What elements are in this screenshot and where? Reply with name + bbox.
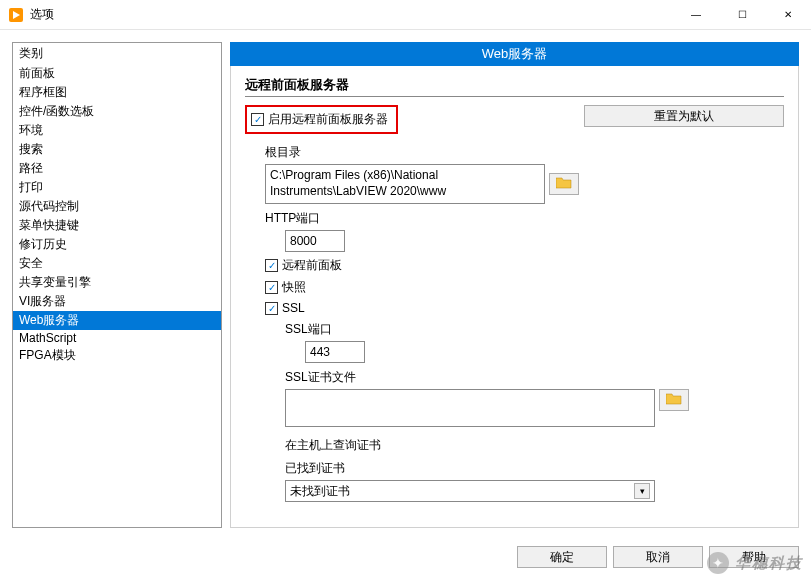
ssl-checkbox[interactable] (265, 302, 278, 315)
root-dir-input[interactable]: C:\Program Files (x86)\National Instrume… (265, 164, 545, 204)
remote-panel-checkbox[interactable] (265, 259, 278, 272)
enable-remote-checkbox[interactable] (251, 113, 264, 126)
folder-icon (666, 393, 682, 408)
main-area: 类别 前面板程序框图控件/函数选板环境搜索路径打印源代码控制菜单快捷键修订历史安… (0, 30, 811, 540)
root-dir-label: 根目录 (265, 144, 784, 161)
folder-icon (556, 177, 572, 192)
cancel-button[interactable]: 取消 (613, 546, 703, 568)
sidebar-item-2[interactable]: 控件/函数选板 (13, 102, 221, 121)
ssl-cert-file-input[interactable] (285, 389, 655, 427)
maximize-button[interactable]: ☐ (719, 0, 765, 30)
titlebar: 选项 — ☐ ✕ (0, 0, 811, 30)
ssl-port-label: SSL端口 (285, 321, 784, 338)
window-controls: — ☐ ✕ (673, 0, 811, 30)
ssl-port-input[interactable] (305, 341, 365, 363)
help-button[interactable]: 帮助 (709, 546, 799, 568)
snapshot-label: 快照 (282, 279, 306, 296)
reset-defaults-button[interactable]: 重置为默认 (584, 105, 784, 127)
sidebar-item-7[interactable]: 源代码控制 (13, 197, 221, 216)
found-cert-select[interactable]: 未找到证书 ▾ (285, 480, 655, 502)
http-port-input[interactable] (285, 230, 345, 252)
sidebar-item-0[interactable]: 前面板 (13, 64, 221, 83)
sidebar-item-3[interactable]: 环境 (13, 121, 221, 140)
enable-remote-highlight: 启用远程前面板服务器 (245, 105, 398, 134)
sidebar-item-14[interactable]: MathScript (13, 330, 221, 346)
browse-root-button[interactable] (549, 173, 579, 195)
close-button[interactable]: ✕ (765, 0, 811, 30)
sidebar-header: 类别 (13, 43, 221, 64)
enable-remote-label: 启用远程前面板服务器 (268, 111, 388, 128)
snapshot-checkbox[interactable] (265, 281, 278, 294)
browse-ssl-cert-button[interactable] (659, 389, 689, 411)
sidebar-item-15[interactable]: FPGA模块 (13, 346, 221, 365)
content-panel: Web服务器 远程前面板服务器 启用远程前面板服务器 重置为默认 根目录 C:\… (230, 42, 799, 528)
sidebar-item-10[interactable]: 安全 (13, 254, 221, 273)
sidebar-item-13[interactable]: Web服务器 (13, 311, 221, 330)
found-cert-value: 未找到证书 (290, 483, 350, 500)
sidebar-item-6[interactable]: 打印 (13, 178, 221, 197)
category-sidebar: 类别 前面板程序框图控件/函数选板环境搜索路径打印源代码控制菜单快捷键修订历史安… (12, 42, 222, 528)
section-title: 远程前面板服务器 (245, 76, 784, 97)
remote-panel-label: 远程前面板 (282, 257, 342, 274)
dialog-footer: 确定 取消 帮助 (0, 540, 811, 574)
sidebar-item-4[interactable]: 搜索 (13, 140, 221, 159)
sidebar-item-5[interactable]: 路径 (13, 159, 221, 178)
query-cert-label: 在主机上查询证书 (285, 437, 784, 454)
sidebar-item-12[interactable]: VI服务器 (13, 292, 221, 311)
app-logo-icon (8, 7, 24, 23)
chevron-down-icon: ▾ (634, 483, 650, 499)
http-port-label: HTTP端口 (265, 210, 784, 227)
sidebar-item-11[interactable]: 共享变量引擎 (13, 273, 221, 292)
sidebar-item-8[interactable]: 菜单快捷键 (13, 216, 221, 235)
minimize-button[interactable]: — (673, 0, 719, 30)
ssl-cert-file-label: SSL证书文件 (285, 369, 784, 386)
content-scroll[interactable]: 远程前面板服务器 启用远程前面板服务器 重置为默认 根目录 C:\Program… (230, 66, 799, 528)
sidebar-item-9[interactable]: 修订历史 (13, 235, 221, 254)
sidebar-item-1[interactable]: 程序框图 (13, 83, 221, 102)
found-cert-label: 已找到证书 (285, 460, 784, 477)
ok-button[interactable]: 确定 (517, 546, 607, 568)
content-header: Web服务器 (230, 42, 799, 66)
window-title: 选项 (30, 6, 673, 23)
ssl-label: SSL (282, 301, 305, 315)
